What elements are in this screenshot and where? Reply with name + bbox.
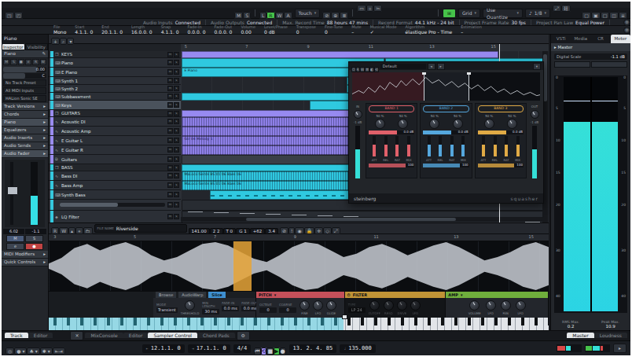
sampler-toolbar-icon[interactable]: ⊘ [280,227,288,234]
preset-selector[interactable]: Default [380,64,426,69]
band-mix-bar[interactable]: 100 [423,164,468,167]
routing-dropdown[interactable]: No Track Preset [3,79,46,86]
slice-parameter-field[interactable]: FADE-IN0.0 ms [222,302,239,314]
sampler-toolbar-icon[interactable]: ✛ [314,227,323,234]
band-on-button[interactable]: BAND 3 [478,105,524,112]
info-column[interactable]: Musical Mode ✓ [370,25,397,35]
right-zone-tab[interactable]: VSTi [551,35,571,43]
fader-handle[interactable] [7,186,18,195]
slice-mode-field[interactable]: MODETransient [156,303,178,313]
left-locator-field[interactable]: ⇤12.1.1. 0 [142,344,185,353]
spectrum-display[interactable] [352,72,540,101]
band-knob[interactable]: 50 % [398,114,408,129]
automation-button[interactable]: W [275,12,285,19]
track-row[interactable]: ⌨ Subbassment ms [49,93,181,101]
transport-left-icon[interactable]: ✱ ▾ [40,347,53,355]
meter-section-header[interactable]: ▸ Master [551,43,630,51]
track-name[interactable]: LQ Filter [61,215,166,219]
tool-button[interactable]: ⌗ [366,5,373,12]
routing-dropdown[interactable]: HALion Sonic SE [3,95,46,102]
transport-button[interactable]: ● [280,347,286,355]
solo-button[interactable]: s [174,69,179,75]
track-name[interactable]: KEYS [61,52,166,57]
inspector-section[interactable]: Track Versions▸ [2,103,48,111]
mute-button[interactable]: m [167,111,173,116]
amp-knob[interactable]: LFO [516,300,526,315]
info-column[interactable]: End 20.1.1. 0 [101,25,123,35]
meter-option-button[interactable] [554,61,590,68]
band-knob[interactable]: 50 % [484,114,494,129]
track-mini-button[interactable]: R [32,59,39,65]
sampler-value-field[interactable]: T 0 [223,228,237,234]
channel-button[interactable]: S [25,235,43,242]
band-knob[interactable]: 50 % [507,114,517,129]
info-column[interactable]: Snap 4.1.1. 0 [161,25,179,35]
pitch-knob[interactable]: FINE [299,300,310,315]
track-name[interactable]: Guitars [61,157,166,162]
track-name[interactable]: E Guitar L [61,138,166,143]
filter-power-icon[interactable]: ⏻ [347,292,351,298]
quantize-preset-dropdown[interactable]: ♪1/8▾ [525,9,550,18]
fader-value[interactable]: 6.02 [3,229,24,234]
solo-button[interactable]: s [174,86,179,91]
info-column[interactable]: Transpose 0 [296,25,316,35]
mute-button[interactable]: m [167,102,173,108]
info-column[interactable]: Length 16.0.0. 0 [131,25,152,35]
meter-scale-selector[interactable]: Digital Scale -1.1 dB [554,53,627,60]
track-row[interactable]: ⌨ Synth Bass ms [49,190,181,200]
filter-field[interactable]: TYPELP 24 [348,303,366,313]
solo-button[interactable]: s [174,138,179,143]
solo-button[interactable]: s [174,128,179,134]
track-row[interactable]: ⧉ Guitars ms [49,155,181,164]
left-zone-tab[interactable]: Editor [28,333,53,338]
solo-button[interactable]: s [174,182,179,188]
channel-button[interactable]: M [6,235,24,242]
mute-solo-button[interactable]: S [243,12,251,19]
crossover-handle-mid-high[interactable] [468,72,469,101]
track-row[interactable]: ❐ BASS ms [49,164,181,171]
inspector-section[interactable]: Chords▸ [2,111,48,119]
input-gain-knob[interactable] [354,110,362,119]
meter-bottom-tab[interactable]: Loudness [594,333,627,338]
sampler-toolbar-icon[interactable]: W [59,227,68,234]
pitch-knob[interactable]: GLIDE [326,300,336,315]
automation-button[interactable]: L [259,12,266,19]
sampler-value-field[interactable]: G 1 [236,228,250,234]
slice-parameter-field[interactable]: MIN LENGTH30 ms [202,302,219,314]
arrangement-event[interactable]: MaLoco Gents BS 01 06 Bass 06 [182,181,358,190]
filter-knob[interactable]: LFO [410,300,421,315]
solo-button[interactable]: s [174,52,179,57]
inspector-section[interactable]: Piano▸ [2,119,48,127]
band-on-button[interactable]: BAND 1 [369,105,414,112]
solo-button[interactable]: s [174,102,179,108]
filter-knob[interactable]: RESO [384,300,394,315]
band-gain-bar[interactable]: 0.0 dB [478,131,524,134]
output-gain-knob[interactable] [531,110,539,119]
automation-button[interactable]: A [284,12,292,19]
plugin-menu-button[interactable]: ▾ [533,63,541,70]
mute-button[interactable]: m [167,214,173,219]
mute-button[interactable]: m [167,165,173,171]
transport-left-icon[interactable]: ♣ ▾ [27,347,39,355]
lower-zone-tab[interactable]: Sampler Control [148,333,197,338]
transport-button[interactable]: ▶ [274,347,279,355]
lower-zone-tab[interactable]: Editor [123,333,149,338]
solo-button[interactable]: s [174,119,179,124]
solo-button[interactable]: s [174,214,179,219]
track-name[interactable]: Keys [61,103,166,108]
track-row[interactable]: ∿ E Guitar R ms [49,145,181,155]
filter-knob[interactable]: DRIVE [397,300,407,315]
amp-knob[interactable]: VOLUME [468,300,481,315]
snap-type-dropdown[interactable]: Grid▾ [458,9,480,18]
window-zone-button[interactable]: ◫ [609,12,619,19]
tracklist-header-icon[interactable]: ▾ [67,38,74,45]
band-gain-bar[interactable]: 0.0 dB [423,131,468,134]
track-mini-button[interactable]: e [25,59,31,65]
sampler-toolbar-icon[interactable]: 🗀 [83,227,93,234]
sampler-toolbar-icon[interactable]: R [51,227,59,234]
mute-button[interactable]: m [167,156,173,162]
window-zone-button[interactable]: ▣ [591,12,601,19]
pan-slider[interactable]: C [3,73,46,79]
track-row[interactable]: ∿ E Guitar L ms [49,136,181,145]
toolbar-icon[interactable]: ⛓ [561,5,571,12]
